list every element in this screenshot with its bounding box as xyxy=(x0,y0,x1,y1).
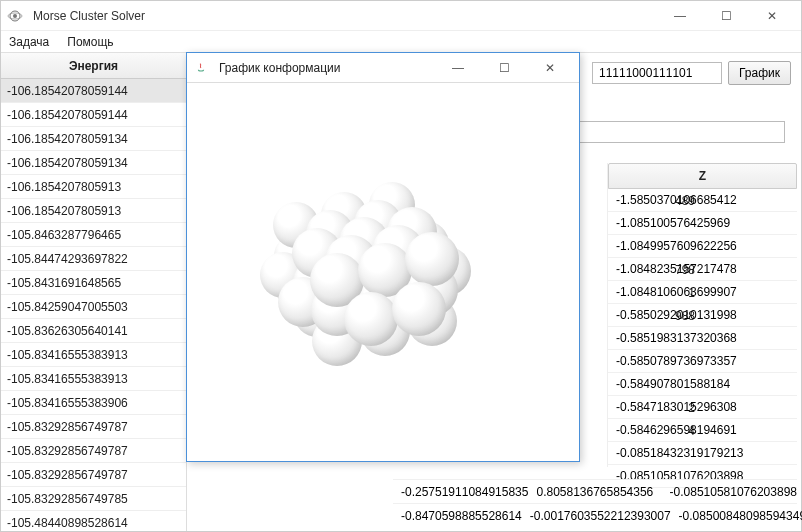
z-cell[interactable]: -0.5850292010131998 xyxy=(608,304,797,327)
graph-window: График конформации — ☐ ✕ xyxy=(186,52,580,462)
bottom-rows: -0.25751911084915835 0.8058136765854356 … xyxy=(393,479,797,529)
energy-row[interactable]: -106.1854207805913 xyxy=(1,199,186,223)
energy-row[interactable]: -106.1854207805913 xyxy=(1,175,186,199)
close-button[interactable]: ✕ xyxy=(749,1,795,31)
z-cell: -0.08510581076203898 xyxy=(662,480,797,503)
energy-row[interactable]: -105.83292856749785 xyxy=(1,487,186,511)
z-cell: -0.08500848098594349691 xyxy=(671,504,802,527)
z-cell[interactable]: -1.0849957609622256 xyxy=(608,235,797,258)
z-cell[interactable]: -0.08518432319179213 xyxy=(608,442,797,465)
main-title: Morse Cluster Solver xyxy=(29,9,657,23)
x-cell: -0.25751911084915835 xyxy=(393,480,528,503)
x-cell: -0.8470598885528614 xyxy=(393,504,522,527)
code-input[interactable] xyxy=(592,62,722,84)
z-header: Z xyxy=(608,163,797,189)
energy-row[interactable]: -105.83626305640141 xyxy=(1,319,186,343)
energy-row[interactable]: -105.83292856749787 xyxy=(1,439,186,463)
z-cell[interactable]: -0.5847183015296308 xyxy=(608,396,797,419)
top-controls: График xyxy=(592,61,791,85)
menubar: Задача Помощь xyxy=(1,31,801,53)
svg-point-1 xyxy=(13,14,17,18)
energy-row[interactable]: -105.8431691648565 xyxy=(1,271,186,295)
graph-button[interactable]: График xyxy=(728,61,791,85)
z-cell[interactable]: -1.5850370106685412 xyxy=(608,189,797,212)
maximize-button[interactable]: ☐ xyxy=(703,1,749,31)
energy-row[interactable]: -105.83416555383913 xyxy=(1,367,186,391)
graph-title: График конформации xyxy=(215,61,435,75)
graph-titlebar[interactable]: График конформации — ☐ ✕ xyxy=(187,53,579,83)
z-cell[interactable]: -1.0848106063699907 xyxy=(608,281,797,304)
z-cell[interactable]: -1.0848235157217478 xyxy=(608,258,797,281)
graph-window-controls: — ☐ ✕ xyxy=(435,53,573,83)
main-titlebar: Morse Cluster Solver — ☐ ✕ xyxy=(1,1,801,31)
graph-canvas[interactable] xyxy=(187,83,579,461)
energy-row[interactable]: -105.48440898528614 xyxy=(1,511,186,531)
table-row[interactable]: -0.25751911084915835 0.8058136765854356 … xyxy=(393,479,797,503)
energy-row[interactable]: -105.83292856749787 xyxy=(1,463,186,487)
minimize-button[interactable]: — xyxy=(657,1,703,31)
atom-sphere xyxy=(344,292,398,346)
z-cell[interactable]: -1.085100576425969 xyxy=(608,212,797,235)
z-column: Z -1.5850370106685412-1.085100576425969-… xyxy=(607,163,797,467)
graph-maximize-button[interactable]: ☐ xyxy=(481,53,527,83)
y-cell: 0.8058136765854356 xyxy=(528,480,661,503)
z-cell[interactable]: -0.5851983137320368 xyxy=(608,327,797,350)
energy-row[interactable]: -106.18542078059144 xyxy=(1,79,186,103)
energy-row[interactable]: -106.18542078059134 xyxy=(1,127,186,151)
menu-task[interactable]: Задача xyxy=(9,35,49,49)
window-controls: — ☐ ✕ xyxy=(657,1,795,31)
energy-row[interactable]: -105.84259047005503 xyxy=(1,295,186,319)
energy-row[interactable]: -105.8463287796465 xyxy=(1,223,186,247)
energy-row[interactable]: -105.83416555383906 xyxy=(1,391,186,415)
energy-header: Энергия xyxy=(1,53,186,79)
y-cell: -0.0017603552212393007 xyxy=(522,504,671,527)
table-row[interactable]: -0.8470598885528614 -0.00176035522123930… xyxy=(393,503,797,527)
energy-row[interactable]: -105.83416555383913 xyxy=(1,343,186,367)
energy-row[interactable]: -105.83292856749787 xyxy=(1,415,186,439)
menu-help[interactable]: Помощь xyxy=(67,35,113,49)
z-cell[interactable]: -0.5850789736973357 xyxy=(608,350,797,373)
z-cells[interactable]: -1.5850370106685412-1.085100576425969-1.… xyxy=(608,189,797,488)
graph-close-button[interactable]: ✕ xyxy=(527,53,573,83)
energy-panel: Энергия -106.18542078059144-106.18542078… xyxy=(1,53,187,531)
java-icon xyxy=(193,60,209,76)
energy-list[interactable]: -106.18542078059144-106.18542078059144-1… xyxy=(1,79,186,531)
energy-row[interactable]: -106.18542078059144 xyxy=(1,103,186,127)
app-icon xyxy=(7,8,23,24)
z-cell[interactable]: -0.584907801588184 xyxy=(608,373,797,396)
atom-sphere xyxy=(392,282,446,336)
energy-row[interactable]: -106.18542078059134 xyxy=(1,151,186,175)
graph-minimize-button[interactable]: — xyxy=(435,53,481,83)
energy-row[interactable]: -105.84474293697822 xyxy=(1,247,186,271)
z-cell[interactable]: -0.5846296598194691 xyxy=(608,419,797,442)
